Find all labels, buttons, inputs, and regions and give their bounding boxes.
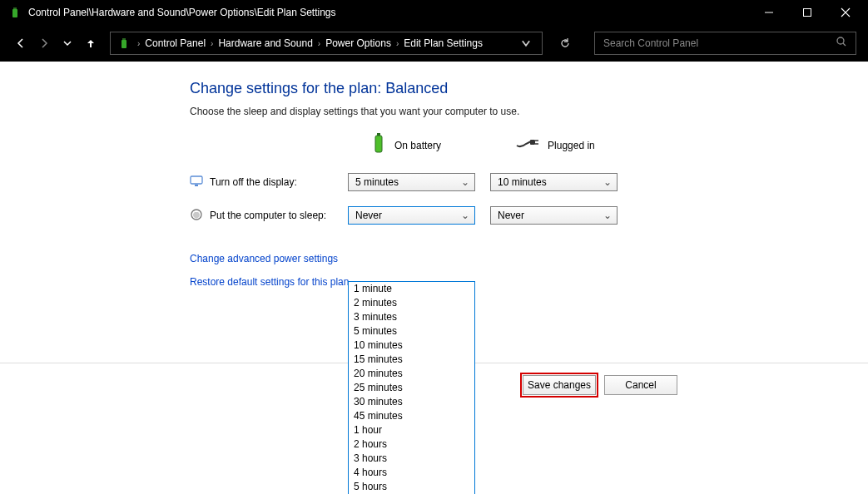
sleep-battery-combo[interactable]: Never ⌄: [348, 206, 475, 225]
window-title: Control Panel\Hardware and Sound\Power O…: [28, 7, 750, 18]
sleep-plugged-combo[interactable]: Never ⌄: [490, 206, 618, 225]
dropdown-option[interactable]: 3 hours: [349, 452, 474, 466]
sleep-battery-dropdown[interactable]: 1 minute2 minutes3 minutes5 minutes10 mi…: [348, 281, 475, 494]
breadcrumb-item[interactable]: Control Panel: [141, 37, 209, 49]
dropdown-option[interactable]: 3 minutes: [349, 310, 474, 324]
page-title: Change settings for the plan: Balanced: [190, 80, 851, 97]
svg-rect-11: [377, 133, 380, 136]
dropdown-option[interactable]: 10 minutes: [349, 338, 474, 353]
dropdown-option[interactable]: 25 minutes: [349, 381, 474, 395]
page-subtitle: Choose the sleep and display settings th…: [190, 106, 851, 117]
dropdown-option[interactable]: 30 minutes: [349, 395, 474, 409]
combo-value: Never: [355, 210, 382, 221]
combo-value: 10 minutes: [498, 176, 547, 188]
forward-button[interactable]: [35, 34, 53, 52]
svg-line-9: [843, 43, 846, 46]
svg-rect-1: [13, 7, 17, 9]
dropdown-option[interactable]: 2 hours: [349, 437, 474, 452]
column-header-label: On battery: [394, 140, 441, 151]
content-area: Change settings for the plan: Balanced C…: [0, 62, 868, 494]
breadcrumb-dropdown-button[interactable]: [517, 34, 535, 52]
combo-value: Never: [498, 210, 524, 221]
power-options-icon: [117, 37, 131, 50]
dropdown-option[interactable]: 5 hours: [349, 480, 474, 494]
search-box[interactable]: [594, 32, 856, 55]
chevron-down-icon: ⌄: [603, 176, 612, 188]
navbar: › Control Panel › Hardware and Sound › P…: [0, 25, 868, 62]
dropdown-option[interactable]: 20 minutes: [349, 367, 474, 381]
dropdown-option[interactable]: 1 minute: [349, 282, 474, 296]
refresh-button[interactable]: [556, 34, 574, 52]
link-restore-defaults[interactable]: Restore default settings for this plan: [190, 276, 851, 288]
svg-point-8: [837, 37, 844, 44]
row-label-display: Turn off the display:: [190, 175, 348, 190]
minimize-button[interactable]: [750, 0, 788, 25]
breadcrumb-item[interactable]: Power Options: [322, 37, 394, 49]
chevron-right-icon: ›: [209, 39, 215, 48]
cancel-button[interactable]: Cancel: [604, 375, 677, 395]
svg-rect-10: [375, 136, 382, 152]
dropdown-option[interactable]: 15 minutes: [349, 353, 474, 367]
power-options-icon: [8, 6, 22, 19]
row-label-text: Turn off the display:: [210, 176, 297, 188]
battery-icon: [371, 132, 386, 158]
chevron-right-icon: ›: [136, 39, 141, 48]
recent-locations-button[interactable]: [58, 34, 77, 52]
svg-rect-6: [122, 40, 126, 48]
dropdown-option[interactable]: 2 minutes: [349, 296, 474, 310]
display-icon: [190, 175, 203, 190]
display-battery-combo[interactable]: 5 minutes ⌄: [348, 173, 475, 191]
search-input[interactable]: [603, 37, 836, 49]
chevron-down-icon: ⌄: [461, 176, 469, 188]
svg-rect-0: [12, 9, 17, 17]
svg-rect-15: [191, 176, 202, 184]
svg-rect-3: [804, 9, 811, 17]
dropdown-option[interactable]: 1 hour: [349, 423, 474, 437]
link-advanced-power-settings[interactable]: Change advanced power settings: [190, 253, 851, 264]
breadcrumb-item[interactable]: Edit Plan Settings: [400, 37, 486, 49]
svg-rect-12: [530, 140, 535, 145]
dropdown-option[interactable]: 5 minutes: [349, 324, 474, 338]
titlebar: Control Panel\Hardware and Sound\Power O…: [0, 0, 868, 25]
combo-value: 5 minutes: [355, 176, 399, 188]
back-button[interactable]: [12, 34, 30, 52]
row-label-text: Put the computer to sleep:: [210, 210, 326, 221]
column-header-battery: On battery: [371, 132, 441, 158]
chevron-down-icon: ⌄: [461, 210, 469, 221]
maximize-button[interactable]: [788, 0, 826, 25]
sleep-icon: [190, 208, 203, 224]
dropdown-option[interactable]: 4 hours: [349, 466, 474, 480]
svg-rect-16: [195, 185, 198, 186]
row-label-sleep: Put the computer to sleep:: [190, 208, 348, 224]
breadcrumb[interactable]: › Control Panel › Hardware and Sound › P…: [110, 32, 543, 55]
chevron-right-icon: ›: [394, 39, 400, 48]
svg-rect-7: [122, 38, 126, 40]
close-button[interactable]: [826, 0, 865, 25]
column-header-plugged: Plugged in: [516, 138, 595, 152]
display-plugged-combo[interactable]: 10 minutes ⌄: [490, 173, 618, 191]
column-header-label: Plugged in: [548, 140, 595, 151]
plug-icon: [516, 138, 539, 152]
dropdown-option[interactable]: 45 minutes: [349, 409, 474, 423]
breadcrumb-item[interactable]: Hardware and Sound: [215, 37, 315, 49]
chevron-down-icon: ⌄: [603, 210, 612, 221]
up-button[interactable]: [82, 34, 100, 52]
search-icon[interactable]: [836, 36, 847, 51]
chevron-right-icon: ›: [316, 39, 322, 48]
save-changes-button[interactable]: Save changes: [523, 375, 596, 395]
